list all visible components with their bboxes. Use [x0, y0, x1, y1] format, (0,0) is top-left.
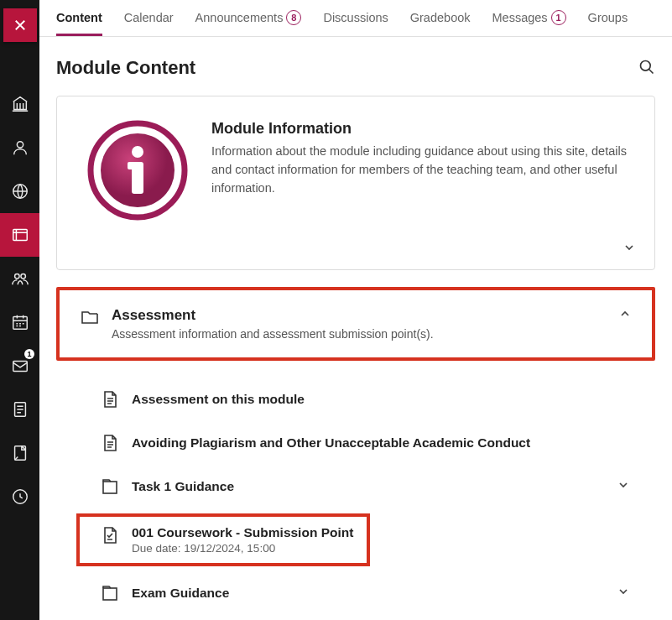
- rail-messages[interactable]: 1: [0, 344, 39, 388]
- chevron-up-icon: [618, 307, 632, 320]
- tab-content[interactable]: Content: [56, 10, 102, 36]
- assessment-item[interactable]: Exam Guidance: [56, 571, 655, 615]
- rail-groups[interactable]: [0, 257, 39, 300]
- page-title: Module Content: [56, 57, 195, 79]
- svg-rect-16: [103, 482, 117, 493]
- rail-messages-badge: 1: [24, 349, 34, 359]
- tab-label: Discussions: [323, 11, 388, 24]
- item-title: Task 1 Guidance: [132, 479, 605, 494]
- svg-point-3: [14, 274, 18, 279]
- tab-badge: 8: [286, 10, 301, 25]
- signout-icon: [11, 487, 29, 506]
- assessment-item[interactable]: Assessment on this module: [56, 378, 655, 421]
- tab-label: Groups: [588, 11, 628, 24]
- rail-grades[interactable]: [0, 388, 39, 431]
- svg-point-0: [17, 142, 23, 148]
- tab-calendar[interactable]: Calendar: [124, 10, 174, 36]
- folder-outline-icon: [100, 477, 120, 497]
- tab-announcements[interactable]: Announcements8: [195, 10, 302, 36]
- grades-icon: [11, 400, 29, 419]
- rail-institution[interactable]: [0, 82, 39, 126]
- collapse-toggle[interactable]: [618, 307, 632, 324]
- svg-rect-6: [13, 362, 27, 372]
- tab-label: Gradebook: [410, 11, 471, 24]
- courses-icon: [11, 226, 29, 244]
- module-info-description: Information about the module including g…: [211, 143, 634, 197]
- tab-label: Announcements: [195, 11, 284, 24]
- assessment-highlight: Assessment Assessment information and as…: [56, 287, 655, 361]
- main-area: Content Calendar Announcements8 Discussi…: [39, 0, 672, 620]
- info-icon: [87, 120, 188, 221]
- envelope-icon: [11, 357, 29, 375]
- assessment-items: Assessment on this module Avoiding Plagi…: [56, 366, 655, 615]
- rail-calendar[interactable]: [0, 300, 39, 344]
- search-icon: [638, 59, 655, 76]
- assessment-title: Assessment: [112, 307, 195, 324]
- tab-label: Calendar: [124, 11, 174, 24]
- item-title: Assessment on this module: [132, 392, 635, 407]
- content-area: Module Content: [39, 37, 672, 620]
- document-icon: [100, 389, 120, 409]
- search-button[interactable]: [638, 59, 655, 78]
- tab-groups[interactable]: Groups: [588, 10, 628, 36]
- course-tabs: Content Calendar Announcements8 Discussi…: [39, 0, 672, 37]
- expand-toggle[interactable]: [623, 241, 636, 258]
- svg-rect-17: [103, 588, 117, 600]
- rail-profile[interactable]: [0, 126, 39, 169]
- left-rail: 1: [0, 0, 39, 620]
- rail-courses[interactable]: [0, 213, 39, 257]
- document-icon: [100, 433, 120, 453]
- svg-point-10: [641, 60, 651, 70]
- rail-signout[interactable]: [0, 475, 39, 518]
- tab-label: Content: [56, 11, 102, 24]
- assignment-icon: [100, 525, 120, 545]
- expand-toggle[interactable]: [617, 478, 635, 495]
- chevron-down-icon: [623, 241, 636, 254]
- svg-rect-2: [13, 230, 27, 241]
- assessment-header[interactable]: Assessment Assessment information and as…: [60, 290, 652, 357]
- item-title: Exam Guidance: [132, 586, 605, 601]
- svg-point-4: [20, 274, 24, 279]
- globe-icon: [11, 182, 29, 201]
- tab-gradebook[interactable]: Gradebook: [410, 10, 471, 36]
- svg-point-13: [132, 146, 143, 158]
- rail-globe[interactable]: [0, 169, 39, 213]
- expand-toggle[interactable]: [617, 585, 635, 602]
- chevron-down-icon: [617, 585, 630, 598]
- group-icon: [11, 269, 29, 288]
- institution-icon: [11, 95, 29, 113]
- svg-rect-5: [13, 317, 27, 330]
- assessment-item[interactable]: Avoiding Plagiarism and Other Unacceptab…: [56, 421, 655, 465]
- rail-tools[interactable]: [0, 431, 39, 475]
- chevron-down-icon: [617, 478, 630, 492]
- svg-rect-15: [128, 162, 138, 169]
- assessment-item[interactable]: Task 1 Guidance: [56, 465, 655, 508]
- close-icon: [13, 18, 28, 33]
- calendar-icon: [11, 313, 29, 331]
- tools-icon: [11, 444, 29, 462]
- person-icon: [11, 138, 29, 157]
- folder-icon: [80, 307, 100, 327]
- tab-label: Messages: [492, 11, 548, 24]
- close-button[interactable]: [3, 8, 37, 42]
- folder-outline-icon: [100, 583, 120, 603]
- item-title: Avoiding Plagiarism and Other Unacceptab…: [132, 435, 635, 451]
- tab-badge: 1: [551, 10, 566, 25]
- tab-messages[interactable]: Messages1: [492, 10, 566, 36]
- module-info-title: Module Information: [211, 120, 634, 138]
- item-meta: Due date: 19/12/2024, 15:00: [132, 542, 357, 555]
- assessment-description: Assessment information and assessment su…: [112, 327, 607, 341]
- submission-point-highlight[interactable]: 001 Coursework - Submission Point Due da…: [76, 513, 370, 566]
- tab-discussions[interactable]: Discussions: [323, 10, 388, 36]
- module-info-card[interactable]: Module Information Information about the…: [56, 96, 655, 270]
- item-title: 001 Coursework - Submission Point: [132, 525, 357, 540]
